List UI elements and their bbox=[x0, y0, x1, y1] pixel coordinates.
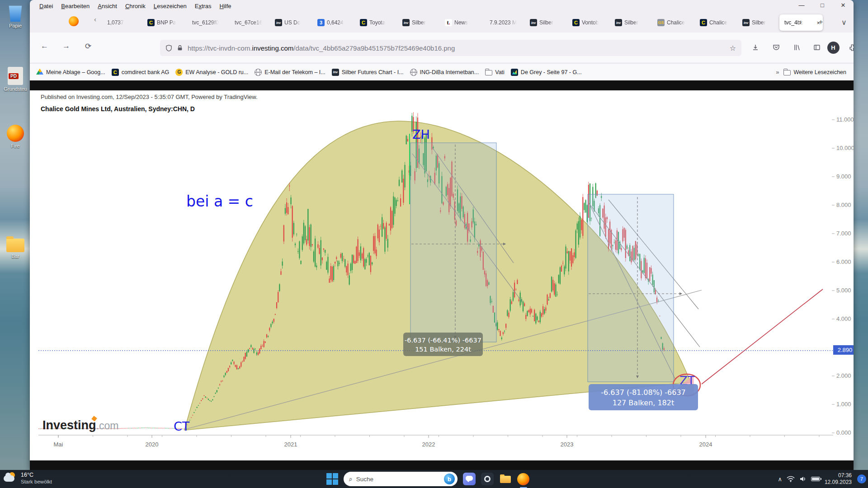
measure-tooltip-1: -6.637 (-66.41%) -6637 151 Balken, 224t bbox=[403, 333, 483, 356]
tab-toyota[interactable]: CToyota bbox=[357, 14, 398, 31]
menu-item-lesezeichen[interactable]: Lesezeichen bbox=[150, 3, 191, 9]
minimize-button[interactable]: — bbox=[791, 0, 812, 12]
bookmark-comdirect-bank-ag[interactable]: Ccomdirect bank AG bbox=[112, 69, 170, 76]
comdirect-favicon: C bbox=[572, 19, 580, 26]
tab-tvc-6129f0[interactable]: tvc_6129f0 bbox=[187, 14, 228, 31]
bookmark-vati[interactable]: Vati bbox=[485, 69, 505, 76]
chart-image: Published on Investing.com, 12/Sep/2023 … bbox=[30, 90, 854, 460]
svg-text:6.000: 6.000 bbox=[836, 258, 851, 265]
bookmark-e-mail-der-telekom-i-[interactable]: E-Mail der Telekom – I... bbox=[255, 69, 326, 76]
bookmarks-overflow-icon[interactable]: » bbox=[776, 69, 779, 75]
svg-text:2024: 2024 bbox=[699, 441, 712, 448]
svg-text:1.000: 1.000 bbox=[836, 401, 851, 408]
tab-silber[interactable]: InvSilber bbox=[400, 14, 440, 31]
weather-widget[interactable]: 16°C Stark bewölkt bbox=[4, 471, 52, 485]
menu-item-extras[interactable]: Extras bbox=[191, 3, 216, 9]
pdf-icon bbox=[8, 67, 23, 85]
wifi-icon[interactable] bbox=[787, 476, 795, 482]
svg-text:2022: 2022 bbox=[422, 441, 435, 448]
teams-chat-icon[interactable] bbox=[463, 473, 476, 485]
menu-item-bearbeiten[interactable]: Bearbeiten bbox=[57, 3, 94, 9]
menu-item-datei[interactable]: Datei bbox=[35, 3, 57, 9]
bookmark-meine-ablage-goog-[interactable]: Meine Ablage – Goog... bbox=[36, 69, 105, 76]
desktop-icon-label: Papie bbox=[1, 23, 30, 28]
photos-app-icon[interactable] bbox=[481, 473, 494, 485]
tab-label: Silber bbox=[624, 19, 638, 26]
tab-scroll-left-icon[interactable]: ‹ bbox=[94, 15, 96, 23]
bookmark-ew-analyse-gold-ru-[interactable]: GEW Analyse - GOLD ru... bbox=[175, 69, 248, 76]
menu-item-hilfe[interactable]: Hilfe bbox=[216, 3, 236, 9]
tab-label: Silber bbox=[539, 19, 553, 26]
tab-list-dropdown-icon[interactable]: ∨ bbox=[841, 18, 847, 27]
bookmark-ing-diba-internetban-[interactable]: ING-DiBa Internetban... bbox=[410, 69, 479, 76]
url-bar[interactable]: https://tvc-invdn-com.investing.com/data… bbox=[160, 40, 741, 56]
tab-silber[interactable]: InvSilber bbox=[527, 14, 568, 31]
ffx-icon bbox=[7, 125, 24, 142]
tab-tvc-67ce16[interactable]: tvc_67ce16 bbox=[230, 14, 270, 31]
account-avatar[interactable]: H bbox=[826, 41, 840, 54]
bookmark-silber-futures-chart-i-[interactable]: InvSilber Futures Chart - I... bbox=[332, 69, 404, 76]
more-bookmarks-folder[interactable]: Weitere Lesezeichen bbox=[783, 69, 846, 75]
comdirect-favicon: C bbox=[700, 19, 707, 26]
extensions-puzzle-icon[interactable] bbox=[845, 41, 854, 54]
annotation-ct: CT bbox=[174, 419, 189, 433]
tab-bnp-pa[interactable]: CBNP Pa bbox=[145, 14, 185, 31]
desktop-icon-papie[interactable]: Papie bbox=[1, 4, 30, 28]
file-explorer-icon[interactable] bbox=[499, 473, 512, 485]
tracking-shield-icon[interactable] bbox=[165, 44, 172, 52]
volume-icon[interactable] bbox=[799, 476, 807, 482]
back-button[interactable]: ← bbox=[41, 42, 48, 51]
notification-badge[interactable]: 7 bbox=[857, 474, 866, 483]
tray-chevron-up-icon[interactable]: ∧ bbox=[778, 476, 782, 483]
tab-chalice[interactable]: CChalice bbox=[697, 14, 738, 31]
bookmark-de-grey-seite-97-g-[interactable]: De Grey - Seite 97 - G... bbox=[511, 69, 582, 76]
battery-icon[interactable] bbox=[811, 477, 820, 481]
page-content: Published on Investing.com, 12/Sep/2023 … bbox=[30, 80, 854, 470]
sidebar-icon[interactable] bbox=[810, 41, 824, 54]
firefox-taskbar-icon[interactable] bbox=[517, 473, 529, 485]
tab-label: BNP Pa bbox=[157, 19, 176, 26]
tab-7-9-2023-m[interactable]: 7.9.2023 M bbox=[485, 14, 525, 31]
menu-item-ansicht[interactable]: Ansicht bbox=[94, 3, 121, 9]
tab-label: 0,6424 bbox=[327, 19, 344, 26]
forward-button[interactable]: → bbox=[62, 42, 70, 51]
bookmark-label: Vati bbox=[495, 69, 505, 75]
windows-taskbar: 16°C Stark bewölkt ⌕ Suche b ∧ 07:36 12.… bbox=[0, 470, 868, 488]
new-tab-button[interactable]: + bbox=[819, 18, 823, 26]
taskbar-clock[interactable]: 07:36 12.09.2023 bbox=[825, 472, 852, 486]
close-button[interactable]: ✕ bbox=[833, 0, 854, 12]
menu-item-chronik[interactable]: Chronik bbox=[121, 3, 150, 9]
desktop-icon-fire[interactable]: Fire bbox=[1, 125, 30, 149]
firefox-view-button[interactable] bbox=[69, 16, 79, 26]
bookmark-label: comdirect bank AG bbox=[122, 69, 170, 75]
investing-icon: Inv bbox=[332, 69, 339, 76]
lock-icon[interactable] bbox=[177, 44, 183, 52]
tab-scroll-right-icon[interactable]: › bbox=[799, 18, 802, 26]
taskbar-search[interactable]: ⌕ Suche b bbox=[344, 472, 458, 486]
tab-news[interactable]: t.News bbox=[442, 14, 483, 31]
goldseiten-favicon: GS bbox=[657, 19, 665, 26]
bookmark-star-icon[interactable]: ☆ bbox=[730, 44, 736, 52]
svg-text:10.000: 10.000 bbox=[836, 145, 854, 151]
reload-button[interactable]: ⟳ bbox=[85, 42, 91, 51]
weather-condition: Stark bewölkt bbox=[21, 479, 52, 485]
desktop-icon-bar[interactable]: Bar bbox=[1, 235, 30, 259]
tab-silber[interactable]: InvSilber bbox=[612, 14, 653, 31]
investing-favicon: Inv bbox=[530, 19, 537, 26]
tab-silber[interactable]: InvSilber bbox=[740, 14, 780, 31]
tab-chalice[interactable]: GSChalice bbox=[655, 14, 695, 31]
library-icon[interactable] bbox=[790, 41, 804, 54]
desktop-icon-grundsteu[interactable]: Grundsteu bbox=[1, 67, 30, 92]
downloads-icon[interactable] bbox=[749, 41, 762, 54]
tab-0-6424[interactable]: 30,6424 bbox=[315, 14, 355, 31]
start-button[interactable] bbox=[326, 473, 338, 485]
maximize-button[interactable]: □ bbox=[812, 0, 833, 12]
chart-canvas: 11.00010.0009.0008.0007.0006.0005.0004.0… bbox=[30, 90, 854, 460]
pocket-icon[interactable] bbox=[769, 41, 783, 54]
tab-us-do[interactable]: InvUS Do bbox=[272, 14, 313, 31]
tab-1-0737[interactable]: 1,0737 bbox=[102, 14, 143, 31]
tab-vontob[interactable]: CVontob bbox=[570, 14, 610, 31]
weather-icon bbox=[4, 471, 17, 485]
gold-icon: G bbox=[175, 69, 183, 76]
measure-2-bars: 127 Balken, 182t bbox=[589, 398, 698, 408]
